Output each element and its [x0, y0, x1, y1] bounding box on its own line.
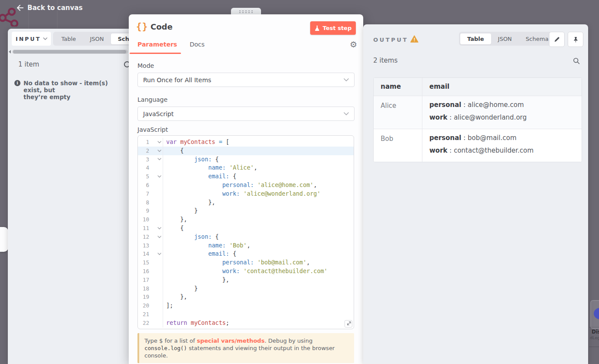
code-line[interactable]: 6 personal: 'alice@home.com', [138, 181, 354, 190]
code-line[interactable]: 20]; [138, 301, 354, 310]
input-source-select[interactable]: INPUT [12, 32, 51, 46]
line-number: 21 [138, 310, 149, 319]
fold-toggle-icon[interactable] [149, 147, 163, 155]
language-value: JavaScript [143, 110, 174, 117]
fold-gutter [149, 301, 163, 310]
code-line[interactable]: 9 } [138, 207, 354, 215]
divider [589, 327, 599, 327]
code-text: }, [163, 276, 229, 284]
fold-gutter [149, 319, 163, 327]
line-number: 2 [138, 147, 149, 155]
code-line[interactable]: 11 { [138, 224, 354, 233]
empty-message-line1: No data to show - item(s) exist, but [23, 80, 108, 94]
email-entry: work : contact@thebuilder.com [429, 147, 582, 154]
code-line[interactable]: 14 email: { [138, 250, 354, 258]
code-text: return myContacts; [163, 319, 229, 327]
code-text: { [163, 224, 184, 233]
code-line[interactable]: 17 }, [138, 276, 354, 284]
code-line[interactable]: 19 }, [138, 293, 354, 301]
table-row: Alicepersonal : alice@home.comwork : ali… [374, 96, 582, 129]
editor-resize-grip[interactable] [345, 320, 352, 327]
code-line[interactable]: 3 json: { [138, 155, 354, 164]
email-entry: personal : bob@mail.com [429, 134, 582, 142]
node-logo-icon [594, 308, 599, 319]
language-select[interactable]: JavaScript [137, 107, 355, 121]
special-vars-link[interactable]: special vars/methods [197, 337, 264, 344]
fold-toggle-icon[interactable] [149, 224, 163, 233]
code-line[interactable]: 8 }, [138, 198, 354, 207]
code-text: work: 'contact@thebuilder.com' [163, 267, 328, 276]
line-number: 22 [138, 319, 149, 327]
output-tab-json[interactable]: JSON [491, 33, 519, 44]
empty-message-line2: they’re empty [23, 94, 70, 100]
chevron-down-icon [344, 112, 349, 115]
node-sublabel: dLega [590, 335, 599, 340]
fold-gutter [149, 207, 163, 215]
drag-dots-icon [238, 10, 254, 13]
cell-name: Alice [374, 96, 422, 129]
code-line[interactable]: 5 email: { [138, 172, 354, 181]
code-text: email: { [163, 172, 236, 181]
code-text: { [163, 147, 184, 155]
code-line[interactable]: 22return myContacts; [138, 319, 354, 327]
code-line[interactable]: 15 personal: 'bob@mail.com', [138, 258, 354, 267]
hscroll-track[interactable] [12, 50, 128, 54]
tab-parameters[interactable]: Parameters [137, 41, 177, 48]
hint-text: . Debug by using [264, 337, 312, 344]
output-tab-table[interactable]: Table [460, 33, 491, 44]
fold-toggle-icon[interactable] [149, 172, 163, 181]
flask-icon [315, 25, 320, 31]
fold-toggle-icon[interactable] [149, 250, 163, 258]
input-tab-table[interactable]: Table [54, 33, 83, 44]
editor-hint: Type $ for a list of special vars/method… [137, 333, 354, 363]
output-panel: OUTPUT TableJSONSchema 2 items nameemail… [363, 24, 588, 364]
tab-docs[interactable]: Docs [190, 41, 204, 48]
fold-toggle-icon[interactable] [149, 233, 163, 241]
line-number: 19 [138, 293, 149, 301]
pin-data-button[interactable] [568, 32, 583, 47]
hscroll-left-arrow[interactable] [9, 50, 11, 53]
warning-icon [410, 35, 418, 43]
line-number: 20 [138, 301, 149, 310]
node-title: Code [151, 22, 173, 31]
code-line[interactable]: 21 [138, 310, 354, 319]
chevron-down-icon [344, 78, 349, 81]
pencil-icon [554, 37, 560, 43]
input-panel: INPUT TableJSONSchema 1 item i No data t… [8, 29, 129, 364]
mode-select[interactable]: Run Once for All Items [137, 73, 355, 87]
input-tab-json[interactable]: JSON [83, 33, 111, 44]
mode-label: Mode [137, 62, 154, 69]
code-line[interactable]: 4 name: 'Alice', [138, 164, 354, 172]
code-line[interactable]: 7 work: 'alice@wonderland.org' [138, 190, 354, 198]
code-line[interactable]: 12 json: { [138, 233, 354, 241]
line-number: 6 [138, 181, 149, 190]
line-number: 5 [138, 172, 149, 181]
edit-output-button[interactable] [549, 32, 565, 47]
code-editor[interactable]: 1var myContacts = [2 {3 json: {4 name: '… [137, 135, 354, 329]
hscroll-thumb[interactable] [13, 50, 126, 53]
fold-toggle-icon[interactable] [149, 155, 163, 164]
input-tab-schema[interactable]: Schema [111, 33, 129, 44]
search-icon[interactable] [573, 57, 580, 64]
back-to-canvas-link[interactable]: Back to canvas [17, 4, 83, 12]
pin-icon [573, 37, 579, 43]
column-header-name: name [374, 78, 422, 96]
fold-gutter [149, 241, 163, 250]
test-step-button[interactable]: Test step [310, 21, 356, 35]
code-text: } [163, 284, 198, 293]
code-line[interactable]: 10 }, [138, 215, 354, 224]
code-line[interactable]: 18 } [138, 284, 354, 293]
node-label: Dis [592, 329, 599, 335]
refresh-icon[interactable] [124, 61, 129, 68]
line-number: 10 [138, 215, 149, 224]
code-line[interactable]: 1var myContacts = [ [138, 138, 354, 147]
code-line[interactable]: 13 name: 'Bob', [138, 241, 354, 250]
gear-icon[interactable]: ⚙ [350, 40, 357, 49]
line-number: 13 [138, 241, 149, 250]
code-line[interactable]: 16 work: 'contact@thebuilder.com' [138, 267, 354, 276]
fold-gutter [149, 190, 163, 198]
panel-resize-grip[interactable] [0, 227, 8, 252]
fold-gutter [149, 164, 163, 172]
code-line[interactable]: 2 { [138, 147, 354, 155]
fold-toggle-icon[interactable] [149, 138, 163, 147]
